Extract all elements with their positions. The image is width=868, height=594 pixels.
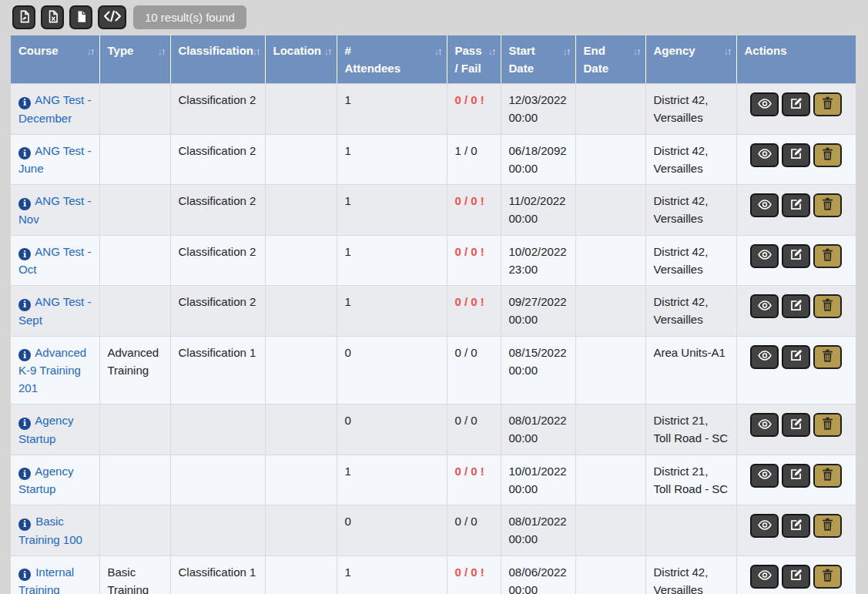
code-icon: [102, 9, 122, 25]
agency-cell: District 42, Versailles: [645, 555, 736, 594]
view-button[interactable]: [750, 413, 779, 437]
column-header-end_date[interactable]: End Date ↓↑: [575, 35, 645, 84]
view-button[interactable]: [750, 565, 779, 589]
column-header-agency[interactable]: Agency ↓↑: [645, 35, 736, 84]
edit-button[interactable]: [782, 413, 810, 437]
actions-cell: [736, 404, 856, 455]
delete-button[interactable]: [813, 345, 842, 369]
edit-button[interactable]: [782, 92, 810, 116]
edit-button[interactable]: [782, 565, 810, 589]
classification-cell: Classification 1: [170, 555, 265, 594]
edit-pencil-icon: [789, 248, 803, 263]
view-button[interactable]: [750, 514, 779, 538]
info-icon[interactable]: i: [18, 518, 31, 531]
sort-icon[interactable]: ↓↑: [633, 42, 642, 60]
sort-icon[interactable]: ↓↑: [434, 42, 443, 60]
delete-button[interactable]: [813, 294, 842, 318]
sort-icon[interactable]: ↓↑: [488, 42, 497, 60]
pass-fail-value: 0 / 0: [455, 515, 478, 528]
start-date-cell: 08/15/2022 00:00: [501, 336, 575, 404]
info-icon[interactable]: i: [18, 147, 31, 159]
column-header-classification[interactable]: Classification ↓↑: [170, 35, 265, 84]
edit-button[interactable]: [782, 294, 810, 318]
column-header-pass_fail[interactable]: Pass / Fail ↓↑: [447, 35, 501, 84]
eye-icon: [757, 199, 772, 213]
info-icon[interactable]: i: [18, 248, 31, 260]
actions-cell: [736, 185, 856, 236]
start-date-cell: 12/03/2022 00:00: [501, 84, 575, 135]
column-header-course[interactable]: Course ↓↑: [11, 35, 99, 84]
classification-cell: [170, 505, 265, 556]
course-cell: i ANG Test - Nov: [11, 185, 99, 236]
column-header-location[interactable]: Location ↓↑: [265, 35, 337, 84]
course-link[interactable]: ANG Test - Oct: [18, 245, 91, 277]
sort-icon[interactable]: ↓↑: [158, 42, 166, 60]
info-icon[interactable]: i: [18, 198, 31, 210]
table-row: i ANG Test - Oct Classification 2 1 0 / …: [11, 235, 856, 286]
column-header-label: Actions: [745, 44, 787, 57]
edit-pencil-icon: [789, 299, 803, 314]
view-button[interactable]: [750, 464, 779, 488]
view-button[interactable]: [750, 294, 779, 318]
pass-fail-value: 0 / 0 !: [455, 245, 484, 258]
type-cell: [99, 134, 170, 185]
end-date-cell: [575, 286, 645, 337]
export-file-button[interactable]: [69, 5, 92, 29]
column-header-actions[interactable]: Actions: [736, 35, 856, 84]
delete-button[interactable]: [813, 143, 842, 167]
column-header-type[interactable]: Type ↓↑: [99, 35, 170, 84]
table-row: i Basic Training 100 0 0 / 0 08/01/2022 …: [11, 505, 856, 556]
edit-button[interactable]: [782, 464, 810, 488]
sort-icon[interactable]: ↓↑: [253, 42, 261, 60]
location-cell: [265, 336, 337, 404]
info-icon[interactable]: i: [18, 97, 31, 109]
file-icon: [74, 8, 89, 27]
delete-button[interactable]: [813, 92, 842, 116]
info-icon[interactable]: i: [18, 349, 31, 361]
agency-cell: District 42, Versailles: [645, 185, 736, 236]
pass-fail-cell: 1 / 0: [447, 134, 501, 185]
info-icon[interactable]: i: [18, 569, 31, 581]
export-excel-button[interactable]: [41, 5, 64, 29]
delete-button[interactable]: [813, 413, 842, 437]
edit-button[interactable]: [782, 345, 810, 369]
info-icon[interactable]: i: [18, 418, 31, 430]
info-icon[interactable]: i: [18, 468, 31, 480]
column-header-label: Pass / Fail: [455, 44, 482, 75]
delete-button[interactable]: [813, 514, 842, 538]
location-cell: [265, 404, 337, 455]
course-link[interactable]: ANG Test - Nov: [18, 194, 91, 226]
edit-button[interactable]: [782, 193, 810, 217]
sort-icon[interactable]: ↓↑: [563, 42, 571, 60]
sort-icon[interactable]: ↓↑: [87, 42, 96, 60]
sort-icon[interactable]: ↓↑: [724, 42, 732, 60]
column-header-label: Location: [273, 44, 322, 57]
view-button[interactable]: [750, 143, 779, 167]
export-code-button[interactable]: [98, 5, 126, 29]
view-button[interactable]: [750, 92, 779, 116]
table-row: i Advanced K-9 Training 201 Advanced Tra…: [11, 336, 856, 404]
delete-button[interactable]: [813, 244, 842, 268]
end-date-cell: [575, 505, 645, 556]
delete-button[interactable]: [813, 565, 842, 589]
view-button[interactable]: [750, 244, 779, 268]
course-link[interactable]: ANG Test - June: [18, 144, 91, 176]
view-button[interactable]: [750, 345, 779, 369]
course-link[interactable]: ANG Test - December: [18, 93, 91, 125]
delete-button[interactable]: [813, 193, 842, 217]
sort-icon[interactable]: ↓↑: [324, 42, 333, 60]
edit-button[interactable]: [782, 244, 810, 268]
view-button[interactable]: [750, 193, 779, 217]
location-cell: [265, 235, 337, 286]
edit-button[interactable]: [782, 143, 810, 167]
pass-fail-value: 1 / 0: [455, 144, 478, 157]
edit-button[interactable]: [782, 514, 810, 538]
info-icon[interactable]: i: [18, 299, 31, 311]
export-pdf-button[interactable]: [12, 5, 35, 29]
column-header-start_date[interactable]: Start Date ↓↑: [501, 35, 575, 84]
column-header-attendees[interactable]: # Attendees ↓↑: [337, 35, 447, 84]
column-header-label: Type: [108, 44, 134, 57]
delete-button[interactable]: [813, 464, 842, 488]
course-link[interactable]: ANG Test - Sept: [18, 295, 91, 327]
attendees-cell: 1: [337, 84, 447, 135]
